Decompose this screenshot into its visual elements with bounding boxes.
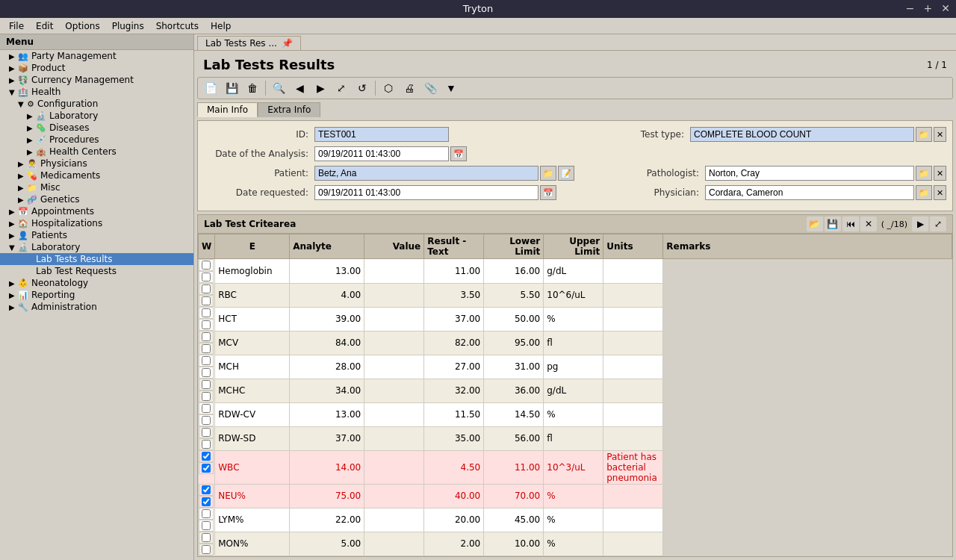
tab-pin-icon[interactable]: 📌 [282, 38, 293, 49]
sidebar-item-diseases[interactable]: ▶🦠Diseases [0, 122, 193, 134]
pathologist-browse-button[interactable]: 📁 [916, 166, 932, 181]
sidebar-item-lab-test-requests[interactable]: Lab Test Requests [0, 265, 193, 277]
next-button[interactable]: ▶ [311, 79, 330, 97]
tab-lab-tests-results[interactable]: Lab Tests Res ... 📌 [197, 36, 301, 50]
checkbox-w-10[interactable] [202, 509, 211, 518]
date-analysis-pick-button[interactable]: 📅 [450, 146, 467, 161]
physician-clear-button[interactable]: ✕ [934, 185, 946, 200]
pathologist-field[interactable] [705, 166, 914, 181]
sidebar-item-patients[interactable]: ▶👤Patients [0, 229, 193, 241]
checkbox-e-4[interactable] [202, 368, 211, 377]
checkbox-e-1[interactable] [202, 296, 211, 305]
refresh-button[interactable]: ↺ [353, 79, 372, 97]
test-type-clear-button[interactable]: ✕ [934, 127, 946, 142]
date-requested-field[interactable] [314, 185, 538, 200]
pathologist-label: Pathologist: [639, 168, 699, 178]
more-button[interactable]: ▼ [441, 79, 461, 97]
physician-field[interactable] [705, 185, 914, 200]
sidebar-item-product[interactable]: ▶📦Product [0, 62, 193, 74]
tree-icon-health: 🏥 [18, 87, 28, 97]
criteria-expand-btn[interactable]: ⤢ [930, 217, 946, 231]
checkbox-w-5[interactable] [202, 380, 211, 389]
sidebar-item-hospitalizations[interactable]: ▶🏠Hospitalizations [0, 217, 193, 229]
sidebar-item-genetics[interactable]: ▶🧬Genetics [0, 193, 193, 205]
sidebar-item-lab-tests-results[interactable]: Lab Tests Results [0, 253, 193, 265]
checkbox-w-0[interactable] [202, 261, 211, 270]
prev-button[interactable]: ◀ [290, 79, 309, 97]
criteria-next-btn[interactable]: ▶ [912, 217, 928, 231]
find-button[interactable]: 🔍 [269, 79, 288, 97]
checkbox-w-7[interactable] [202, 428, 211, 437]
sidebar-item-appointments[interactable]: ▶📅Appointments [0, 205, 193, 217]
sidebar-item-physicians[interactable]: ▶👨‍⚕️Physicians [0, 158, 193, 169]
maximize-button[interactable]: + [921, 1, 936, 15]
checkbox-e-9[interactable] [202, 497, 211, 506]
physician-browse-button[interactable]: 📁 [916, 185, 932, 200]
sidebar-item-party[interactable]: ▶👥Party Management [0, 50, 193, 62]
menu-shortcuts[interactable]: Shortcuts [150, 19, 205, 33]
patient-new-button[interactable]: 📝 [558, 166, 574, 181]
page-title: Lab Tests Results [203, 57, 335, 72]
checkbox-e-10[interactable] [202, 521, 211, 530]
sidebar-item-neonatology[interactable]: ▶👶Neonatology [0, 277, 193, 289]
sidebar-item-health-centers[interactable]: ▶🏨Health Centers [0, 146, 193, 158]
sidebar-item-medicaments[interactable]: ▶💊Medicaments [0, 169, 193, 181]
expand-button[interactable]: ⤢ [332, 79, 351, 97]
sidebar-item-laboratory-config[interactable]: ▶🔬Laboratory [0, 110, 193, 122]
checkbox-w-6[interactable] [202, 404, 211, 413]
sidebar-item-laboratory[interactable]: ▼🔬Laboratory [0, 241, 193, 253]
checkbox-e-7[interactable] [202, 440, 211, 449]
checkbox-e-3[interactable] [202, 344, 211, 353]
checkbox-w-1[interactable] [202, 284, 211, 293]
attach-button[interactable]: 📎 [420, 79, 440, 97]
date-requested-pick-button[interactable]: 📅 [540, 185, 556, 200]
checkbox-e-11[interactable] [202, 545, 211, 554]
checkbox-e-6[interactable] [202, 416, 211, 425]
criteria-open-button[interactable]: 📂 [807, 217, 823, 231]
sidebar-item-administration[interactable]: ▶🔧Administration [0, 301, 193, 313]
action-button[interactable]: ⬡ [379, 79, 398, 97]
delete-button[interactable]: 🗑 [243, 79, 262, 97]
criteria-prev-button[interactable]: ⏮ [842, 217, 859, 231]
sidebar-item-health[interactable]: ▼🏥Health [0, 86, 193, 98]
checkbox-w-11[interactable] [202, 533, 211, 542]
menu-help[interactable]: Help [205, 19, 237, 33]
sidebar-item-reporting[interactable]: ▶📊Reporting [0, 289, 193, 301]
checkbox-w-2[interactable] [202, 308, 211, 317]
minimize-button[interactable]: − [903, 1, 918, 15]
menu-file[interactable]: File [3, 19, 30, 33]
tab-extra-info[interactable]: Extra Info [258, 102, 320, 117]
test-type-browse-button[interactable]: 📁 [916, 127, 932, 142]
sidebar-item-misc[interactable]: ▶📁Misc [0, 181, 193, 193]
menu-edit[interactable]: Edit [30, 19, 59, 33]
checkbox-e-5[interactable] [202, 392, 211, 401]
table-row: MON%5.002.0010.00% [199, 532, 952, 556]
print-button[interactable]: 🖨 [400, 79, 419, 97]
sidebar-item-procedures[interactable]: ▶💉Procedures [0, 134, 193, 146]
sidebar-item-configuration[interactable]: ▼⚙Configuration [0, 98, 193, 110]
new-button[interactable]: 📄 [201, 79, 220, 97]
criteria-delete-button[interactable]: ✕ [860, 217, 877, 231]
checkbox-w-9[interactable] [202, 485, 211, 494]
date-analysis-field[interactable] [314, 146, 449, 161]
checkbox-e-0[interactable] [202, 273, 211, 281]
checkbox-w-8[interactable] [202, 452, 211, 461]
criteria-save-button[interactable]: 💾 [825, 217, 841, 231]
id-field[interactable] [314, 127, 449, 142]
menu-plugins[interactable]: Plugins [106, 19, 150, 33]
checkbox-e-2[interactable] [202, 320, 211, 329]
checkbox-w-4[interactable] [202, 356, 211, 365]
save-button[interactable]: 💾 [222, 79, 241, 97]
titlebar: Tryton − + ✕ [0, 0, 956, 18]
pathologist-clear-button[interactable]: ✕ [934, 166, 946, 181]
tab-main-info[interactable]: Main Info [197, 102, 258, 117]
patient-field[interactable] [314, 166, 538, 181]
test-type-field[interactable] [690, 127, 914, 142]
close-button[interactable]: ✕ [938, 1, 953, 15]
checkbox-e-8[interactable] [202, 464, 211, 473]
expand-icon-administration: ▶ [9, 303, 16, 311]
sidebar-item-currency[interactable]: ▶💱Currency Management [0, 74, 193, 86]
menu-options[interactable]: Options [59, 19, 105, 33]
patient-browse-button[interactable]: 📁 [540, 166, 556, 181]
checkbox-w-3[interactable] [202, 332, 211, 341]
